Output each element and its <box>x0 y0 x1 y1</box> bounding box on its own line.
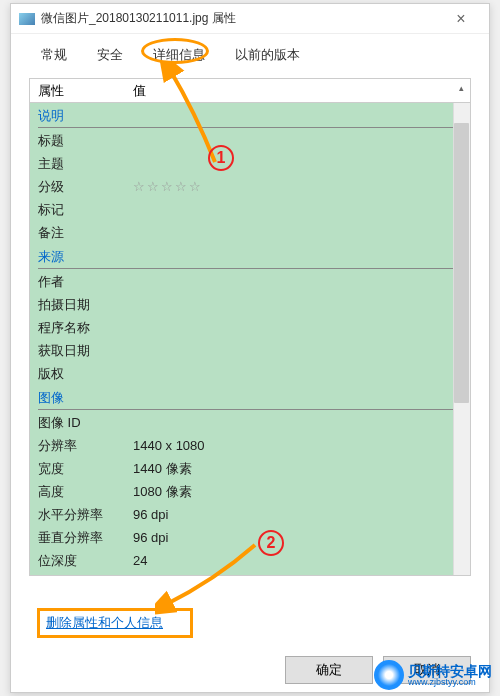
tab-security[interactable]: 安全 <box>83 40 137 70</box>
star-icon: ☆ <box>175 179 187 194</box>
watermark-text: 贝斯特安卓网 www.zjbstyy.com <box>408 664 492 687</box>
table-body: 说明 标题 主题 分级☆☆☆☆☆ 标记 备注 来源 作者 拍摄日期 程序名称 获… <box>30 103 470 575</box>
row-compression[interactable]: 压缩 <box>38 572 462 575</box>
details-panel: 属性 值 ▴ 说明 标题 主题 分级☆☆☆☆☆ 标记 备注 来源 作者 拍摄日期… <box>29 78 471 576</box>
section-description: 说明 <box>38 103 462 128</box>
star-icon: ☆ <box>161 179 173 194</box>
watermark-logo-icon <box>374 660 404 690</box>
row-bit-depth[interactable]: 位深度24 <box>38 549 462 572</box>
tab-previous-versions[interactable]: 以前的版本 <box>221 40 314 70</box>
scrollbar[interactable] <box>453 103 470 575</box>
row-image-id[interactable]: 图像 ID <box>38 411 462 434</box>
row-title[interactable]: 标题 <box>38 129 462 152</box>
titlebar: 微信图片_20180130211011.jpg 属性 × <box>11 4 489 34</box>
row-tags[interactable]: 标记 <box>38 198 462 221</box>
window-title: 微信图片_20180130211011.jpg 属性 <box>41 10 441 27</box>
row-subject[interactable]: 主题 <box>38 152 462 175</box>
row-width[interactable]: 宽度1440 像素 <box>38 457 462 480</box>
row-comments[interactable]: 备注 <box>38 221 462 244</box>
close-button[interactable]: × <box>441 5 481 33</box>
rating-stars[interactable]: ☆☆☆☆☆ <box>133 179 462 194</box>
annotation-highlight-link: 删除属性和个人信息 <box>37 608 193 638</box>
table-header: 属性 值 <box>30 79 470 103</box>
tab-bar: 常规 安全 详细信息 以前的版本 <box>11 34 489 70</box>
row-program-name[interactable]: 程序名称 <box>38 316 462 339</box>
row-copyright[interactable]: 版权 <box>38 362 462 385</box>
row-v-res[interactable]: 垂直分辨率96 dpi <box>38 526 462 549</box>
row-rating[interactable]: 分级☆☆☆☆☆ <box>38 175 462 198</box>
row-authors[interactable]: 作者 <box>38 270 462 293</box>
star-icon: ☆ <box>147 179 159 194</box>
star-icon: ☆ <box>189 179 201 194</box>
watermark: 贝斯特安卓网 www.zjbstyy.com <box>374 660 492 690</box>
scrollbar-thumb[interactable] <box>454 123 469 403</box>
star-icon: ☆ <box>133 179 145 194</box>
properties-dialog: 微信图片_20180130211011.jpg 属性 × 常规 安全 详细信息 … <box>10 3 490 693</box>
column-header-value[interactable]: 值 <box>133 82 462 100</box>
ok-button[interactable]: 确定 <box>285 656 373 684</box>
section-origin: 来源 <box>38 244 462 269</box>
remove-properties-link[interactable]: 删除属性和个人信息 <box>46 614 163 632</box>
row-date-acquired[interactable]: 获取日期 <box>38 339 462 362</box>
tab-details[interactable]: 详细信息 <box>139 40 219 70</box>
column-header-property[interactable]: 属性 <box>38 82 133 100</box>
row-h-res[interactable]: 水平分辨率96 dpi <box>38 503 462 526</box>
scroll-up-icon[interactable]: ▴ <box>453 79 470 96</box>
row-height[interactable]: 高度1080 像素 <box>38 480 462 503</box>
row-dimensions[interactable]: 分辨率1440 x 1080 <box>38 434 462 457</box>
section-image: 图像 <box>38 385 462 410</box>
tab-general[interactable]: 常规 <box>27 40 81 70</box>
row-date-taken[interactable]: 拍摄日期 <box>38 293 462 316</box>
image-file-icon <box>19 13 35 25</box>
